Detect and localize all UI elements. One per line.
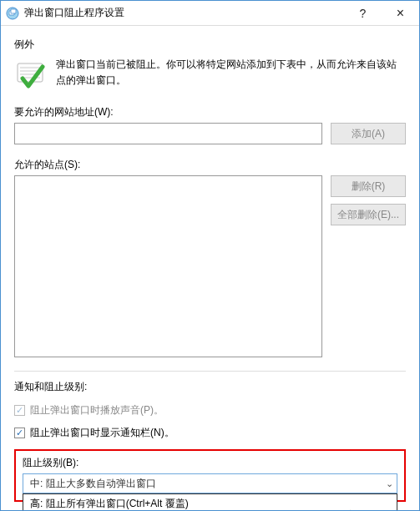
address-row: 添加(A): [14, 123, 406, 144]
block-level-selected: 中: 阻止大多数自动弹出窗口: [30, 477, 156, 491]
dialog-content: 例外 弹出窗口当前已被阻止。你可以将特定网站添加到下表中，从而允许来自该站点的弹…: [1, 26, 419, 510]
dialog-window: 弹出窗口阻止程序设置 ? × 例外 弹出窗口当前已被阻止。你可以将特定网站添加到…: [0, 0, 420, 511]
play-sound-label: 阻止弹出窗口时播放声音(P)。: [30, 402, 164, 418]
block-level-option-high[interactable]: 高: 阻止所有弹出窗口(Ctrl+Alt 覆盖): [23, 494, 397, 510]
remove-all-button[interactable]: 全部删除(E)...: [331, 204, 406, 225]
info-row: 弹出窗口当前已被阻止。你可以将特定网站添加到下表中，从而允许来自该站点的弹出窗口…: [14, 57, 406, 92]
play-sound-row: 阻止弹出窗口时播放声音(P)。: [14, 402, 406, 418]
add-button[interactable]: 添加(A): [331, 123, 406, 144]
chevron-down-icon: ⌄: [386, 478, 393, 489]
help-button[interactable]: ?: [344, 1, 382, 26]
allowed-label: 允许的站点(S):: [14, 158, 406, 172]
allowed-buttons: 删除(R) 全部删除(E)...: [331, 175, 406, 357]
show-bar-checkbox[interactable]: [14, 428, 25, 438]
allowed-row: 删除(R) 全部删除(E)...: [14, 175, 406, 357]
remove-button[interactable]: 删除(R): [331, 175, 406, 197]
allowed-sites-list[interactable]: [14, 175, 322, 357]
address-label: 要允许的网站地址(W):: [14, 105, 406, 119]
block-level-combo-wrap: 中: 阻止大多数自动弹出窗口 ⌄ 高: 阻止所有弹出窗口(Ctrl+Alt 覆盖…: [23, 473, 397, 493]
close-button[interactable]: ×: [382, 1, 419, 26]
show-bar-label: 阻止弹出窗口时显示通知栏(N)。: [30, 425, 175, 441]
info-text: 弹出窗口当前已被阻止。你可以将特定网站添加到下表中，从而允许来自该站点的弹出窗口…: [56, 57, 406, 92]
exceptions-heading: 例外: [14, 38, 406, 52]
block-level-dropdown: 高: 阻止所有弹出窗口(Ctrl+Alt 覆盖) 中: 阻止大多数自动弹出窗口 …: [23, 493, 397, 510]
show-bar-row[interactable]: 阻止弹出窗口时显示通知栏(N)。: [14, 425, 406, 441]
notify-heading: 通知和阻止级别:: [14, 380, 406, 394]
block-level-label: 阻止级别(B):: [23, 456, 397, 470]
address-input[interactable]: [14, 123, 322, 144]
titlebar: 弹出窗口阻止程序设置 ? ×: [1, 1, 419, 26]
dialog-title: 弹出窗口阻止程序设置: [24, 6, 344, 20]
block-level-combo[interactable]: 中: 阻止大多数自动弹出窗口 ⌄: [23, 473, 397, 493]
popup-blocker-icon: [6, 7, 19, 20]
play-sound-checkbox: [14, 405, 25, 416]
website-checkmark-icon: [14, 58, 48, 92]
divider: [14, 371, 406, 372]
block-level-highlight: 阻止级别(B): 中: 阻止大多数自动弹出窗口 ⌄ 高: 阻止所有弹出窗口(Ct…: [14, 449, 406, 502]
